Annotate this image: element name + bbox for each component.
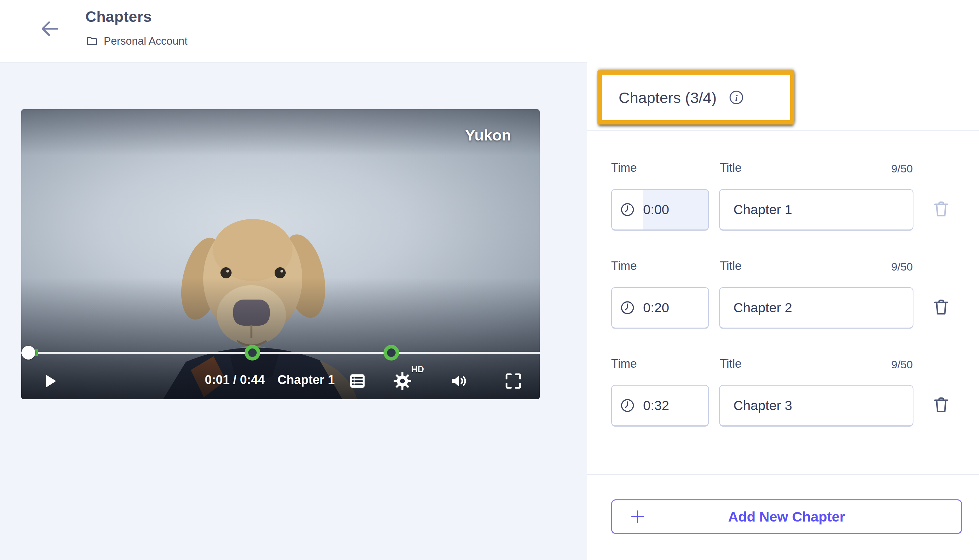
- time-display: 0:01 / 0:44: [205, 373, 265, 387]
- panel-title: Chapters (3/4): [619, 89, 717, 107]
- video-timeline[interactable]: [21, 350, 540, 355]
- fullscreen-icon[interactable]: [503, 371, 524, 391]
- title-label: Title: [720, 259, 742, 273]
- time-input[interactable]: 0:00: [611, 189, 709, 230]
- time-value[interactable]: 0:00: [643, 190, 708, 230]
- chapter-row: Time Title 9/50 0:00: [587, 161, 979, 235]
- time-value[interactable]: 0:20: [643, 288, 708, 328]
- panel-header-highlight: Chapters (3/4) i: [597, 70, 794, 125]
- hd-quality-badge[interactable]: HD: [411, 365, 424, 375]
- play-button[interactable]: [40, 371, 60, 391]
- time-input[interactable]: 0:20: [611, 287, 709, 328]
- title-label: Title: [720, 357, 742, 371]
- title-input[interactable]: [719, 287, 914, 328]
- clock-icon: [612, 386, 643, 425]
- chapter-row: Time Title 9/50 0:32: [587, 357, 979, 431]
- delete-chapter-button[interactable]: [931, 197, 951, 221]
- time-label: Time: [611, 357, 637, 371]
- chapter-list-icon[interactable]: [347, 371, 367, 391]
- page-title: Chapters: [85, 8, 152, 25]
- svg-text:i: i: [736, 93, 738, 103]
- panel-divider-top: [587, 130, 979, 131]
- delete-chapter-button[interactable]: [931, 393, 951, 417]
- char-counter: 9/50: [891, 162, 913, 175]
- header-divider: [0, 62, 587, 63]
- chapters-panel: Chapters (3/4) i Time Title 9/50 0:00 Ti: [587, 0, 979, 560]
- delete-chapter-button[interactable]: [931, 295, 951, 319]
- back-button[interactable]: [38, 17, 61, 40]
- plus-icon: [630, 509, 645, 525]
- char-counter: 9/50: [891, 260, 913, 273]
- timeline-track: [21, 352, 540, 354]
- char-counter: 9/50: [891, 358, 913, 371]
- clock-icon: [612, 190, 643, 230]
- add-new-chapter-button[interactable]: Add New Chapter: [611, 499, 962, 534]
- chapter-row: Time Title 9/50 0:20: [587, 259, 979, 333]
- time-label: Time: [611, 161, 637, 175]
- info-icon[interactable]: i: [729, 90, 744, 105]
- time-label: Time: [611, 259, 637, 273]
- time-input[interactable]: 0:32: [611, 385, 709, 426]
- current-chapter-label[interactable]: Chapter 1: [277, 373, 335, 387]
- volume-icon[interactable]: [449, 371, 469, 391]
- panel-divider-bottom: [587, 474, 979, 475]
- settings-gear-icon[interactable]: [392, 371, 412, 391]
- chapter-marker-ring[interactable]: [384, 345, 399, 360]
- add-new-chapter-label: Add New Chapter: [728, 509, 845, 525]
- clock-icon: [612, 288, 643, 328]
- time-value[interactable]: 0:32: [643, 386, 708, 425]
- back-arrow-icon: [38, 17, 61, 40]
- breadcrumb-label: Personal Account: [104, 35, 187, 47]
- playhead[interactable]: [22, 346, 35, 360]
- breadcrumb[interactable]: Personal Account: [85, 35, 187, 48]
- video-player[interactable]: Yukon 0:01 / 0:44 Chapter 1: [21, 109, 540, 399]
- folder-icon: [85, 35, 98, 48]
- chapter-marker-ring[interactable]: [245, 345, 260, 360]
- title-input[interactable]: [719, 189, 914, 230]
- title-label: Title: [720, 161, 742, 175]
- title-input[interactable]: [719, 385, 914, 426]
- video-controls: 0:01 / 0:44 Chapter 1: [21, 368, 540, 394]
- video-overlay-title: Yukon: [465, 126, 511, 144]
